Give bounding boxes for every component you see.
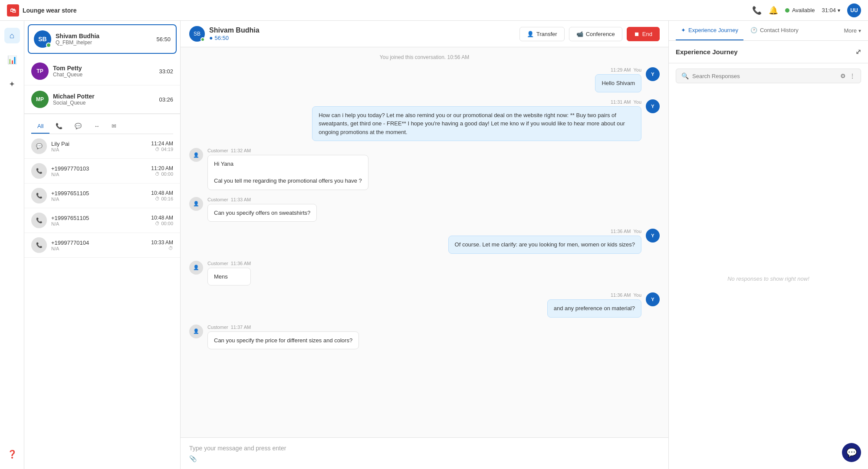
filter-tab-phone[interactable]: 📞 [49,119,69,134]
filter-tab-transfer[interactable]: ↔ [88,119,105,134]
right-panel-content: 🔍 ⚙ ⋮ No responses to show right now! [669,63,868,469]
contact-panel: SB Shivam Budhia Q_FBM_ihelper 56:50 TP … [24,21,181,469]
queue-info-lily: Lily Pai N/A [51,141,147,152]
conference-icon: 📹 [576,31,583,37]
bell-icon[interactable]: 🔔 [769,6,778,15]
agent-avatar-1: Y [646,67,660,81]
message-content-5: You 11:36 AM Of course. Let me clarify: … [448,229,641,254]
active-contact-avatar: SB [34,30,51,48]
message-bubble-6: Mens [207,268,251,286]
queue-item-lily[interactable]: 💬 Lily Pai N/A 11:24 AM ⏱ 04:19 [24,134,180,159]
chat-contact-info: Shivam Budhia ● 56:50 [209,26,260,41]
queue-avatar-lily: 💬 [31,138,47,154]
sidebar-nav: ⌂ 📊 ✦ ❓ [0,21,24,469]
queue-item-phone1[interactable]: 📞 +19997770103 N/A 11:20 AM ⏱ 00:00 [24,159,180,184]
active-contact-card[interactable]: SB Shivam Budhia Q_FBM_ihelper 56:50 [28,24,177,54]
queue-avatar-phone4: 📞 [31,237,47,253]
queue-item-phone3[interactable]: 📞 +19997651105 N/A 10:48 AM ⏱ 00:00 [24,208,180,233]
topbar-left: 🛍 Lounge wear store [7,4,76,16]
sidebar-item-chart[interactable]: 📊 [4,52,20,68]
message-content-7: You 11:36 AM and any preference on mater… [547,292,641,318]
sidebar-item-home[interactable]: ⌂ [4,28,20,43]
queue-avatar-phone2: 📞 [31,188,47,203]
message-4: 👤 Customer 11:33 AM Can you specify offe… [189,197,660,222]
contact-avatar-tom: TP [31,62,49,80]
empty-state: No responses to show right now! [669,89,868,469]
chat-messages: You joined this conversation. 10:56 AM Y… [181,47,668,437]
online-indicator [46,43,51,48]
more-tab[interactable]: More [844,27,861,34]
message-meta-4: Customer 11:33 AM [207,197,317,202]
search-input[interactable] [692,73,837,79]
chat-contact-avatar: SB [189,26,205,42]
attachment-icon[interactable]: 📎 [189,455,197,462]
filter-section: All 📞 💬 ↔ ✉ [24,114,180,134]
tab-contact-history[interactable]: 🕐 Contact History [745,21,804,40]
message-content-8: Customer 11:37 AM Can you specify the pr… [207,325,359,350]
message-7: Y You 11:36 AM and any preference on mat… [189,292,660,318]
contact-time-tom: 33:02 [159,68,173,75]
contact-info-michael: Michael Potter Social_Queue [53,93,155,106]
more-chevron-icon [858,27,861,34]
search-icon: 🔍 [681,72,689,79]
message-2: Y You 11:31 AM How can i help you today?… [189,99,660,141]
queue-avatar-phone1: 📞 [31,163,47,179]
chat-input-placeholder: Type your message and press enter [189,445,660,452]
status-badge: Available [785,7,815,13]
contact-info-tom: Tom Petty Chat_Queue [53,65,155,78]
chat-timer: ● 56:50 [209,34,260,41]
agent-avatar-7: Y [646,292,660,306]
message-bubble-5: Of course. Let me clarify: are you looki… [448,236,641,254]
conference-button[interactable]: 📹 Conference [569,27,622,41]
transfer-button[interactable]: 👤 Transfer [519,27,565,41]
queue-time-phone3: 10:48 AM ⏱ 00:00 [151,215,173,226]
queue-info-phone1: +19997770103 N/A [51,165,147,177]
right-panel: ✦ Experience Journey 🕐 Contact History M… [668,21,868,469]
message-1: Y You 11:29 AM Hello Shivam [189,67,660,92]
queue-avatar-phone3: 📞 [31,213,47,228]
queue-time-phone1: 11:20 AM ⏱ 00:00 [151,165,173,177]
message-bubble-1: Hello Shivam [595,74,641,92]
chat-widget-button[interactable]: 💬 [842,443,861,462]
message-bubble-3: Hi YanaCal you tell me regarding the pro… [207,155,368,190]
history-icon: 🕐 [750,27,757,33]
contact-item-tom[interactable]: TP Tom Petty Chat_Queue 33:02 [24,57,180,85]
more-options-icon[interactable]: ⋮ [849,72,855,79]
message-bubble-8: Can you specify the price for different … [207,331,359,350]
main-layout: ⌂ 📊 ✦ ❓ SB Shivam Budhia Q_FBM_ihelper 5… [0,21,868,469]
customer-avatar-3: 👤 [189,148,203,162]
phone-icon[interactable]: 📞 [752,6,762,15]
filter-tab-all[interactable]: All [31,119,49,134]
active-contact-time: 56:50 [156,36,171,43]
sidebar-item-star[interactable]: ✦ [4,76,20,92]
queue-time-lily: 11:24 AM ⏱ 04:19 [151,141,173,152]
filter-icon[interactable]: ⚙ [840,72,846,79]
agent-avatar-2: Y [646,99,660,113]
filter-tab-chat[interactable]: 💬 [69,119,88,134]
sidebar-item-help[interactable]: ❓ [4,446,20,462]
status-dot [785,8,789,13]
queue-info-phone4: +19997770104 N/A [51,239,147,251]
customer-avatar-8: 👤 [189,325,203,338]
queue-item-phone4[interactable]: 📞 +19997770104 N/A 10:33 AM ⏱ [24,233,180,258]
filter-tabs: All 📞 💬 ↔ ✉ [31,119,173,134]
end-button[interactable]: ⏹ End [627,27,660,41]
widget-icon: 💬 [846,447,857,458]
experience-icon: ✦ [681,27,686,33]
queue-item-phone2[interactable]: 📞 +19997651105 N/A 10:48 AM ⏱ 00:16 [24,184,180,208]
filter-tab-email[interactable]: ✉ [105,119,122,134]
expand-icon[interactable]: ⤢ [855,48,861,56]
contact-time-michael: 03:26 [159,96,173,103]
message-meta-3: Customer 11:32 AM [207,148,368,153]
transfer-icon: 👤 [527,31,534,37]
user-avatar[interactable]: UU [847,3,861,17]
contact-item-michael[interactable]: MP Michael Potter Social_Queue 03:26 [24,85,180,114]
tab-experience-journey[interactable]: ✦ Experience Journey [676,21,743,40]
queue-time-phone2: 10:48 AM ⏱ 00:16 [151,190,173,201]
right-panel-title-bar: Experience Journey ⤢ [669,41,868,63]
message-bubble-4: Can you specify offers on sweatshirts? [207,204,317,222]
active-contact-info: Shivam Budhia Q_FBM_ihelper [56,33,152,46]
app-title: Lounge wear store [23,7,76,14]
chevron-down-icon[interactable] [838,7,840,13]
chat-online-dot [201,37,205,42]
